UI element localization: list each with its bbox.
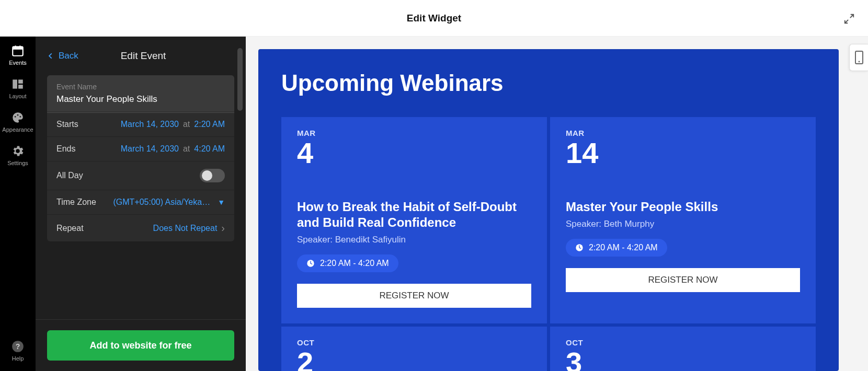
starts-row[interactable]: Starts March 14, 2030 at 2:20 AM [47,112,234,137]
allday-label: All Day [56,171,83,180]
timezone-value: (GMT+05:00) Asia/Yeka… [113,198,210,207]
event-time-pill: 2:20 AM - 4:20 AM [566,239,667,257]
chevron-right-icon: › [221,222,225,234]
ends-row[interactable]: Ends March 14, 2030 at 4:20 AM [47,137,234,161]
svg-text:?: ? [16,342,20,351]
clock-icon [306,259,315,268]
ends-date[interactable]: March 14, 2030 [121,144,179,154]
layout-icon [11,77,25,91]
event-month: OCT [297,338,531,347]
svg-rect-6 [18,85,23,89]
add-to-website-button[interactable]: Add to website for free [47,330,234,361]
starts-time[interactable]: 2:20 AM [194,120,225,129]
svg-point-13 [858,61,860,63]
palette-icon [11,111,25,124]
register-button[interactable]: REGISTER NOW [566,268,800,292]
clock-icon [575,244,584,252]
starts-at: at [183,120,190,129]
svg-point-7 [15,116,16,118]
svg-rect-5 [18,79,23,84]
event-name-value: Master Your People Skills [56,94,157,105]
event-card: MAR 4 How to Break the Habit of Self-Dou… [281,117,547,323]
editor-panel: Back Edit Event Event Name Master Your P… [36,37,246,371]
ends-label: Ends [56,144,75,154]
event-cards: MAR 4 How to Break the Habit of Self-Dou… [281,117,816,371]
timezone-label: Time Zone [56,198,96,207]
calendar-icon [11,44,25,57]
chevron-left-icon [47,52,54,60]
expand-icon [843,13,855,25]
nav-settings[interactable]: Settings [7,144,28,166]
event-time: 2:20 AM - 4:20 AM [320,259,389,268]
repeat-row[interactable]: Repeat Does Not Repeat › [47,215,234,241]
event-month: MAR [297,129,531,137]
preview-heading: Upcoming Webinars [281,70,816,96]
event-name-field[interactable]: Event Name Master Your People Skills [47,75,234,112]
event-month: OCT [566,338,800,347]
nav-events[interactable]: Events [9,44,27,66]
repeat-value: Does Not Repeat [153,224,218,233]
starts-date[interactable]: March 14, 2030 [121,120,179,129]
event-card: OCT 3 [550,327,816,371]
svg-point-9 [19,116,21,118]
nav-layout-label: Layout [9,93,26,99]
repeat-label: Repeat [56,224,84,233]
cta-wrap: Add to website for free [36,319,246,371]
nav-settings-label: Settings [7,160,28,166]
event-card: OCT 2 [281,327,547,371]
chevron-down-icon: ▼ [218,198,225,206]
event-day: 3 [566,348,800,371]
register-button[interactable]: REGISTER NOW [297,284,531,308]
event-day: 2 [297,348,531,371]
starts-label: Starts [56,120,78,129]
event-title: How to Break the Habit of Self-Doubt and… [297,199,531,230]
event-name-label: Event Name [56,83,97,91]
event-time: 2:20 AM - 4:20 AM [589,243,658,252]
svg-rect-1 [13,47,23,49]
modal-title: Edit Widget [407,13,461,24]
svg-point-8 [17,114,19,116]
event-title: Master Your People Skills [566,199,800,215]
nav-appearance-label: Appearance [2,126,33,133]
panel-header: Back Edit Event [47,48,239,64]
event-day: 14 [566,138,800,168]
event-speaker: Speaker: Benedikt Safiyulin [297,235,531,245]
nav-events-label: Events [9,60,27,66]
mobile-preview-button[interactable] [849,44,868,71]
ends-time[interactable]: 4:20 AM [194,144,225,154]
event-card: MAR 14 Master Your People Skills Speaker… [550,117,816,323]
field-group: Event Name Master Your People Skills Sta… [47,75,234,241]
event-month: MAR [566,129,800,137]
mobile-icon [855,51,863,64]
svg-rect-4 [13,79,17,88]
expand-button[interactable] [842,11,856,26]
gear-icon [11,144,25,158]
preview-area: Upcoming Webinars MAR 4 How to Break the… [246,37,868,371]
nav-appearance[interactable]: Appearance [2,111,33,133]
allday-row: All Day [47,161,234,190]
nav-help-label: Help [12,355,24,362]
widget-preview: Upcoming Webinars MAR 4 How to Break the… [258,49,839,371]
event-speaker: Speaker: Beth Murphy [566,219,800,229]
back-button[interactable]: Back [47,51,78,61]
allday-toggle[interactable] [200,169,225,182]
main-layout: Events Layout Appearance Settings ? Help… [0,37,868,371]
nav-help[interactable]: ? Help [11,340,25,362]
event-day: 4 [297,138,531,168]
ends-at: at [183,144,190,154]
timezone-row[interactable]: Time Zone (GMT+05:00) Asia/Yeka… ▼ [47,190,234,215]
modal-header: Edit Widget [0,0,868,37]
nav-layout[interactable]: Layout [9,77,26,99]
help-icon: ? [11,340,25,353]
event-time-pill: 2:20 AM - 4:20 AM [297,254,398,272]
nav-sidebar: Events Layout Appearance Settings ? Help [0,37,36,371]
back-label: Back [59,51,78,61]
